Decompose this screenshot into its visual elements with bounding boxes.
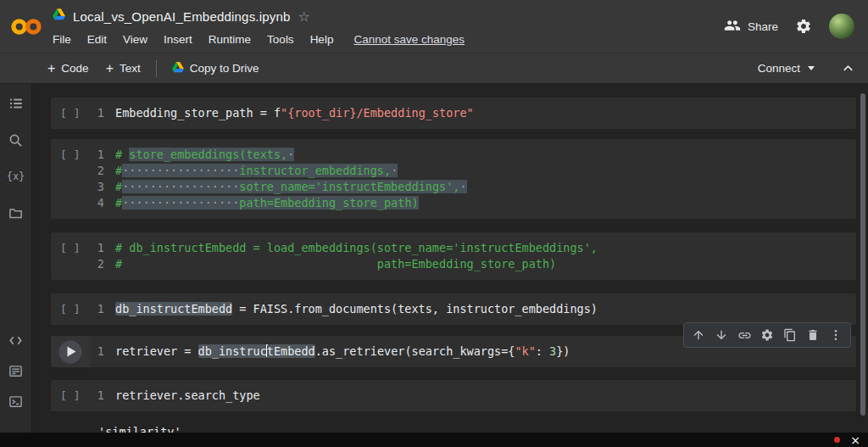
line-number: 1 bbox=[90, 105, 104, 121]
cell-gutter: [ ] bbox=[51, 105, 90, 121]
cell-gutter: [ ] bbox=[51, 388, 90, 404]
code-line: 1retriever.search_type bbox=[90, 388, 856, 404]
more-icon[interactable] bbox=[826, 325, 846, 345]
line-number: 1 bbox=[90, 388, 104, 404]
code-line: 1# store_embeddings(texts,· bbox=[90, 147, 856, 163]
line-number: 1 bbox=[90, 147, 104, 163]
notebook-title[interactable]: Local_vs_OpenAI_Embeddings.ipynb bbox=[73, 9, 291, 24]
command-palette-icon[interactable] bbox=[5, 360, 27, 382]
cell-gutter: [ ] bbox=[51, 240, 90, 272]
add-code-label: Code bbox=[61, 62, 88, 75]
code-cell[interactable]: [ ]1# db_instructEmbedd = load_embedding… bbox=[51, 232, 856, 280]
link-icon[interactable] bbox=[734, 325, 754, 345]
code-text: #·················path=Embedding_store_p… bbox=[115, 195, 419, 211]
move-up-icon[interactable] bbox=[688, 325, 709, 345]
chevron-up-icon bbox=[840, 60, 856, 76]
cell-editor[interactable]: 1Embedding_store_path = f"{root_dir}/Emb… bbox=[90, 105, 856, 121]
code-cell[interactable]: [ ]1db_instructEmbedd = FAISS.from_docum… bbox=[51, 293, 856, 325]
vertical-scrollbar[interactable] bbox=[860, 93, 865, 416]
move-down-icon[interactable] bbox=[711, 325, 732, 345]
variables-icon[interactable]: {x} bbox=[5, 165, 27, 187]
cell-gutter bbox=[51, 336, 90, 367]
code-text: db_instructEmbedd = FAISS.from_documents… bbox=[115, 301, 598, 317]
plus-icon: + bbox=[106, 62, 114, 75]
add-text-button[interactable]: + Text bbox=[97, 59, 149, 79]
output-panel-bar: × bbox=[0, 433, 868, 447]
code-line: 1# db_instructEmbedd = load_embeddings(s… bbox=[90, 240, 856, 256]
menu-tools[interactable]: Tools bbox=[267, 31, 294, 47]
code-text: # db_instructEmbedd = load_embeddings(so… bbox=[115, 240, 598, 256]
star-icon[interactable]: ☆ bbox=[298, 8, 310, 25]
delete-icon[interactable] bbox=[803, 325, 823, 345]
run-cell-bracket[interactable]: [ ] bbox=[51, 147, 90, 163]
terminal-icon[interactable] bbox=[5, 390, 27, 412]
close-icon[interactable]: × bbox=[850, 434, 860, 446]
mirror-cell-icon[interactable] bbox=[780, 325, 800, 345]
line-number: 2 bbox=[90, 163, 104, 179]
title-block: Local_vs_OpenAI_Embeddings.ipynb ☆ FileE… bbox=[53, 0, 465, 47]
collapse-header-button[interactable] bbox=[840, 60, 856, 76]
code-cell-active[interactable]: 1retriever = db_instructEmbedd.as_retrie… bbox=[51, 336, 856, 367]
code-line: 1Embedding_store_path = f"{root_dir}/Emb… bbox=[90, 105, 856, 121]
code-text: #·················sotre_name='instructEm… bbox=[115, 179, 467, 195]
menu-edit[interactable]: Edit bbox=[87, 31, 107, 47]
people-icon bbox=[724, 17, 741, 36]
menu-view[interactable]: View bbox=[123, 31, 147, 47]
run-cell-bracket[interactable]: [ ] bbox=[51, 105, 90, 121]
drive-icon bbox=[172, 62, 184, 75]
add-code-button[interactable]: + Code bbox=[39, 59, 97, 79]
menu-runtime[interactable]: Runtime bbox=[209, 31, 251, 47]
menu-file[interactable]: File bbox=[53, 31, 71, 47]
code-snippets-icon[interactable] bbox=[5, 329, 27, 351]
cell-editor[interactable]: 1# store_embeddings(texts,·2#···········… bbox=[90, 147, 856, 211]
code-line: 3#·················sotre_name='instructE… bbox=[90, 179, 856, 195]
plus-icon: + bbox=[47, 62, 55, 75]
menu-insert[interactable]: Insert bbox=[164, 31, 192, 47]
line-number: 1 bbox=[90, 344, 104, 360]
run-cell-button[interactable] bbox=[59, 340, 82, 363]
menu-bar: FileEditViewInsertRuntimeToolsHelp Canno… bbox=[53, 31, 465, 47]
header-actions: Share bbox=[724, 0, 868, 53]
code-cell[interactable]: [ ]1Embedding_store_path = f"{root_dir}/… bbox=[51, 98, 856, 129]
code-text: # store_embeddings(texts,· bbox=[115, 147, 294, 163]
code-text: retriever.search_type bbox=[115, 388, 260, 404]
run-cell-bracket[interactable]: [ ] bbox=[51, 240, 90, 256]
code-text: #·················instructor_embeddings,… bbox=[115, 163, 398, 179]
cell-editor[interactable]: 1retriever.search_type bbox=[90, 388, 856, 404]
drive-file-icon bbox=[53, 8, 65, 24]
search-icon[interactable] bbox=[5, 129, 27, 151]
cell-toolbar bbox=[683, 322, 851, 348]
files-icon[interactable] bbox=[5, 202, 27, 224]
code-cell[interactable]: [ ]1# store_embeddings(texts,·2#········… bbox=[51, 139, 856, 219]
run-cell-bracket[interactable]: [ ] bbox=[51, 388, 90, 404]
cell-editor[interactable]: 1# db_instructEmbedd = load_embeddings(s… bbox=[90, 240, 856, 272]
code-text: retriever = db_instructEmbedd.as_retriev… bbox=[115, 344, 570, 360]
copy-to-drive-label: Copy to Drive bbox=[190, 62, 259, 75]
notebook-toolbar: + Code + Text Copy to Drive Connect bbox=[0, 53, 868, 84]
table-of-contents-icon[interactable] bbox=[5, 92, 27, 115]
code-line: 1db_instructEmbedd = FAISS.from_document… bbox=[90, 301, 856, 317]
code-cell[interactable]: [ ]1retriever.search_type bbox=[51, 380, 856, 411]
cell-editor[interactable]: 1db_instructEmbedd = FAISS.from_document… bbox=[90, 301, 856, 317]
code-line: 2# path=Embedding_store_path) bbox=[90, 256, 856, 272]
menu-help[interactable]: Help bbox=[310, 31, 334, 47]
line-number: 1 bbox=[90, 301, 104, 317]
run-cell-bracket[interactable]: [ ] bbox=[51, 301, 90, 317]
code-line: 2#·················instructor_embeddings… bbox=[90, 163, 856, 179]
add-text-label: Text bbox=[120, 62, 141, 75]
share-button[interactable]: Share bbox=[724, 17, 778, 36]
left-sidebar: {x} bbox=[0, 84, 32, 433]
save-status-link[interactable]: Cannot save changes bbox=[353, 33, 465, 46]
colab-logo[interactable] bbox=[0, 0, 53, 53]
connect-button[interactable]: Connect bbox=[751, 59, 821, 78]
notebook-area: [ ]1Embedding_store_path = f"{root_dir}/… bbox=[32, 84, 868, 447]
cell-gutter: [ ] bbox=[51, 301, 90, 317]
settings-icon[interactable] bbox=[757, 325, 777, 345]
user-avatar[interactable] bbox=[829, 14, 854, 39]
line-number: 3 bbox=[90, 179, 104, 195]
settings-gear-icon[interactable] bbox=[795, 18, 812, 35]
colab-infinity-icon bbox=[9, 15, 43, 38]
toolbar-divider bbox=[156, 60, 157, 77]
recording-dot-icon bbox=[834, 437, 840, 443]
copy-to-drive-button[interactable]: Copy to Drive bbox=[164, 59, 268, 79]
